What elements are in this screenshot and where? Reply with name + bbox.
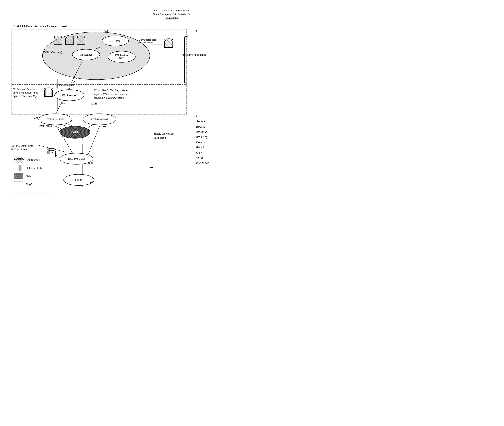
use-secure-boot-label: UseSecureBoot toAuthorize3rd PartyDriver… [196,114,221,165]
exit-boot-services-label: ExitBootServices() [43,51,62,54]
efi-boot-drivers-label: EFI Boot and RuntimeDrivers, OS-absent A… [13,88,43,98]
ideally-oem-label: Ideally Only OEM Extensible [154,132,184,140]
cylinder-efi-vars [164,38,173,48]
efi-preboot-ellipse: EFI Pre-boot [54,89,84,101]
legend-label-smm: SMM [26,175,31,178]
svg-line-30 [55,126,61,128]
label-403: 403 [88,162,93,164]
label-417: 417 [193,30,197,33]
dxe-post-smm-ellipse: DXE-Post-SMM [38,114,72,125]
note-compartments-label: Note that Several CompartmentsShare Stor… [150,9,192,20]
dxe-pre-smm-hoists-label: DXE-Pre-SMM HoistsSMM into Place [11,144,45,151]
cylinder-hatched-3 [77,36,85,45]
label-413: 413 [96,47,100,50]
sec-pei-ellipse: SEC, PEI [63,174,94,186]
efi-vars-label: EFI Variables usedpass data down [139,38,163,44]
cylinder-platform-flash [44,88,53,97]
os-kernel-ellipse: OS Kernel [102,36,129,46]
label-401: 401 [89,181,93,184]
os-loader-ellipse: OS Loader [72,49,100,60]
label-409: 409 [34,117,38,120]
legend-item-ring0: Ring0 [14,181,48,187]
legend-label-ring0: Ring0 [26,183,32,186]
legend-box: Legend Disk Storage Platform Flash SMM R… [10,154,52,192]
dxe-pre-smm-bottom-ellipse: DXE-Pre-SMM [60,153,93,164]
legend-label-disk: Disk Storage [26,159,40,161]
svg-line-23 [88,125,100,154]
legend-title: Legend [14,157,25,160]
label-407: 407 [102,125,106,128]
label-411: 411 [61,101,65,104]
boot-device-select-label: Boot device select [56,84,74,86]
legend-swatch-ring0 [14,181,23,187]
post-efi-label: Post EFI Boot Services Compartment [13,24,67,28]
legend-item-smm: SMM [14,173,48,179]
legend-item-flash: Platform Flash [14,165,48,171]
smm-ellipse: SMM [60,126,90,139]
legend-label-flash: Platform Flash [26,167,42,170]
cylinder-hatched-1 [54,36,62,45]
smm-locked-label: SMM Locked [38,125,52,127]
legend-swatch-smm [14,173,23,179]
dxe-pre-smm-top-ellipse: DXE-Pre-SMM [83,114,116,125]
legend-swatch-flash [14,165,23,171]
would-like-dxe-label: Would like DXE to be protectedagainst EF… [94,89,158,100]
diagram-container: Note that Several CompartmentsShare Stor… [0,0,231,202]
efi-runtime-ellipse: EFI RuntimeSvcs [108,51,136,63]
label-415: 415 [104,29,108,32]
third-party-label: Third party extensible [180,53,206,57]
dxe-label: DXE [91,102,97,105]
cylinder-hatched-2 [65,36,74,45]
